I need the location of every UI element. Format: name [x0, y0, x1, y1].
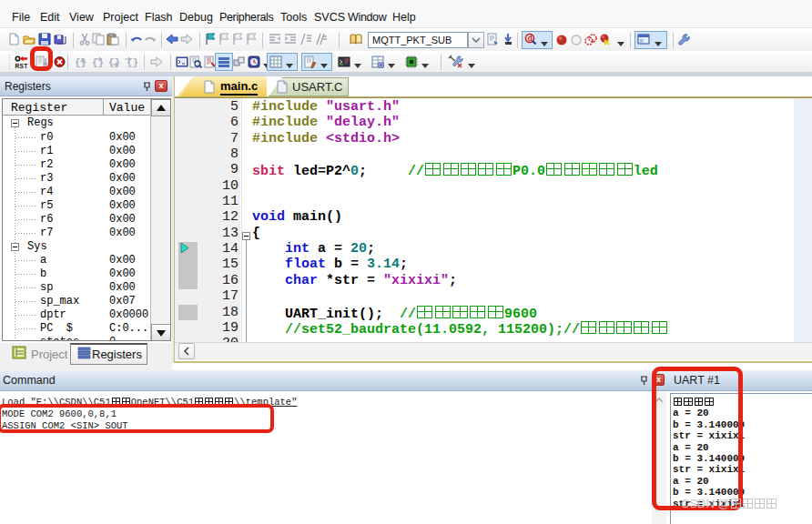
svg-text:{}: {}	[108, 57, 120, 68]
svg-text:{}: {}	[75, 57, 86, 68]
svg-text:RST: RST	[15, 63, 28, 69]
svg-text:d: d	[527, 34, 533, 43]
